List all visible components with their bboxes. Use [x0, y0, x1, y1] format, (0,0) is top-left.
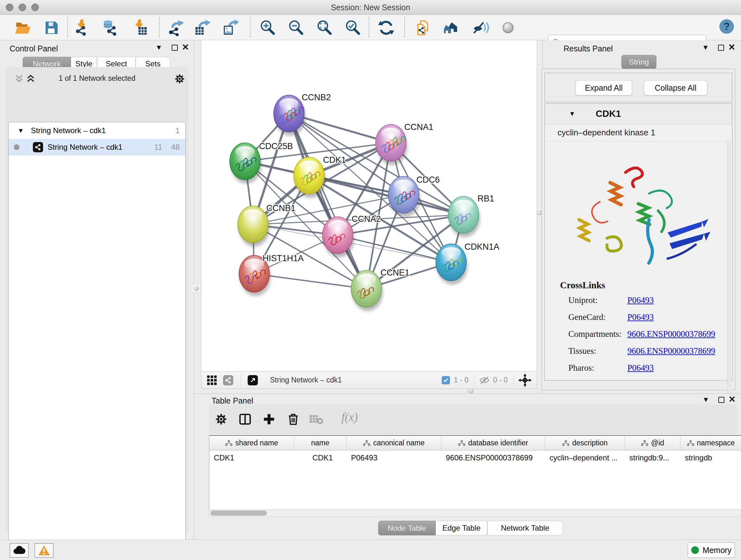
network-row-selected[interactable]: String Network – cdk1 11 48	[9, 139, 185, 155]
network-node-CDC6[interactable]	[388, 176, 420, 217]
table-cell[interactable]: cyclin–dependent ...	[545, 453, 625, 462]
control-panel-close-icon[interactable]: ✕	[181, 43, 190, 52]
tree-expander-icon[interactable]: ▼	[17, 127, 24, 134]
table-panel-float-icon[interactable]	[717, 395, 726, 405]
network-options-gear-icon[interactable]	[174, 73, 185, 84]
crosslink-link[interactable]: P06493	[627, 295, 654, 305]
cdk1-section-header[interactable]: ▼ CDK1	[545, 104, 732, 124]
table-cell[interactable]: P06493	[347, 453, 441, 462]
column-header-namespace[interactable]: namespace	[680, 436, 741, 450]
crosslink-link[interactable]: P06493	[627, 312, 654, 322]
selected-items-checkbox[interactable]	[442, 376, 450, 384]
tab-edge-table[interactable]: Edge Table	[435, 521, 487, 536]
network-edge[interactable]	[254, 274, 366, 289]
share-clipboard-icon[interactable]	[415, 18, 433, 37]
table-options-gear-icon[interactable]	[212, 410, 230, 428]
table-panel-close-icon[interactable]: ✕	[727, 395, 737, 404]
table-panel-collapse-icon[interactable]: ▼	[701, 395, 711, 405]
zoom-in-icon[interactable]	[258, 18, 277, 37]
column-header-database-identifier[interactable]: database identifier	[441, 436, 545, 450]
function-builder-icon-disabled: f(x)	[341, 410, 358, 424]
results-panel-float-icon[interactable]	[716, 43, 726, 52]
open-session-icon[interactable]	[13, 18, 32, 37]
warning-status-icon[interactable]	[35, 543, 54, 558]
table-cell[interactable]: CDK1	[294, 453, 347, 462]
network-collection-label: String Network – cdk1	[31, 126, 106, 135]
crosslink-link[interactable]: 9606.ENSP00000378699	[627, 329, 715, 339]
zoom-out-icon[interactable]	[286, 18, 305, 37]
tab-string[interactable]: String	[621, 55, 657, 69]
network-node-CCNB1[interactable]	[238, 206, 270, 247]
delete-column-icon[interactable]	[284, 410, 302, 428]
tab-node-table[interactable]: Node Table	[378, 521, 435, 536]
network-view-toolbar: String Network – cdk1 1 - 0 0 - 0	[201, 371, 537, 389]
refresh-icon[interactable]	[377, 18, 395, 37]
crosslink-label: Pharos:	[568, 363, 594, 373]
network-node-CDK1[interactable]	[293, 157, 326, 198]
import-table-file-icon[interactable]	[131, 18, 149, 37]
network-label: String Network – cdk1	[48, 143, 123, 152]
network-node-CCNE1[interactable]	[351, 270, 383, 311]
table-cell[interactable]: stringdb:9...	[625, 453, 680, 462]
vertical-splitter-grip[interactable]	[192, 284, 200, 293]
table-row[interactable]: CDK1CDK1P064939606.ENSP00000378699cyclin…	[209, 450, 741, 465]
zoom-fit-icon[interactable]	[315, 18, 333, 37]
table-cell[interactable]: CDK1	[209, 453, 294, 462]
birds-eye-icon[interactable]	[499, 18, 517, 37]
column-header--id[interactable]: @id	[625, 436, 680, 450]
export-image-icon[interactable]	[221, 18, 240, 37]
view-network-icon[interactable]	[223, 375, 233, 385]
memory-button[interactable]: Memory	[688, 543, 735, 558]
collapse-all-button[interactable]: Collapse All	[644, 80, 708, 96]
network-collection-row[interactable]: ▼ String Network – cdk1 1	[9, 122, 185, 139]
horizontal-splitter-grip[interactable]	[467, 389, 475, 393]
control-panel-float-icon[interactable]	[170, 43, 179, 52]
save-session-icon[interactable]	[42, 18, 60, 37]
network-node-RB1[interactable]	[448, 196, 480, 237]
column-tree-icon	[225, 440, 232, 447]
hide-graphics-details-icon[interactable]	[472, 18, 490, 37]
tab-network-table[interactable]: Network Table	[487, 521, 563, 536]
section-expander-icon[interactable]: ▼	[569, 110, 576, 118]
network-node-CCNA2[interactable]	[322, 217, 354, 258]
column-header-shared-name[interactable]: shared name	[209, 436, 294, 450]
view-grid-icon[interactable]	[206, 375, 217, 386]
zoom-selected-icon[interactable]	[343, 18, 362, 37]
string-network-graph[interactable]: CCNB2CCNA1CDC25BCDK1CDC6RB1CCNB1CCNA2CDK…	[201, 40, 537, 371]
column-header-canonical-name[interactable]: canonical name	[347, 436, 441, 450]
column-header-name[interactable]: name	[294, 436, 347, 450]
network-tree: ▼ String Network – cdk1 1 String Network…	[8, 122, 186, 557]
column-header-label: canonical name	[373, 439, 424, 447]
control-panel-collapse-icon[interactable]: ▼	[154, 43, 164, 52]
export-network-icon[interactable]	[167, 18, 186, 37]
import-network-database-icon[interactable]	[101, 18, 120, 37]
results-panel-collapse-icon[interactable]: ▼	[701, 43, 711, 52]
add-column-icon[interactable]	[260, 410, 278, 428]
table-cell[interactable]: 9606.ENSP00000378699	[441, 453, 545, 462]
column-header-description[interactable]: description	[545, 436, 625, 450]
network-node-CCNB2[interactable]	[274, 95, 306, 136]
table-cell[interactable]: stringdb	[680, 453, 741, 462]
import-network-file-icon[interactable]	[73, 18, 91, 37]
cloud-status-icon[interactable]	[10, 543, 29, 558]
export-table-icon[interactable]	[193, 18, 212, 37]
network-node-CDKN1A[interactable]	[436, 244, 468, 285]
node-label-CDK1: CDK1	[323, 155, 346, 165]
homes-icon[interactable]	[442, 18, 461, 37]
expand-all-button[interactable]: Expand All	[576, 80, 632, 96]
crosslink-link[interactable]: P06493	[627, 363, 654, 373]
scrollbar-thumb[interactable]	[211, 510, 267, 516]
network-node-CCNA1[interactable]	[376, 124, 408, 165]
pan-crosshair-icon[interactable]	[518, 374, 532, 387]
crosslink-row: GeneCard:P06493	[568, 312, 728, 322]
network-canvas[interactable]: CCNB2CCNA1CDC25BCDK1CDC6RB1CCNB1CCNA2CDK…	[201, 40, 537, 371]
crosslink-link[interactable]: 9606.ENSP00000378699	[627, 346, 715, 356]
results-panel-close-icon[interactable]: ✕	[727, 43, 737, 52]
results-scrollbar[interactable]	[727, 142, 731, 412]
table-horizontal-scrollbar[interactable]	[209, 509, 741, 517]
detach-view-icon[interactable]	[248, 375, 258, 385]
gene-name: CDK1	[596, 109, 621, 119]
show-columns-icon[interactable]	[236, 410, 254, 428]
help-icon[interactable]: ?	[718, 17, 736, 36]
network-edge[interactable]	[338, 235, 451, 262]
